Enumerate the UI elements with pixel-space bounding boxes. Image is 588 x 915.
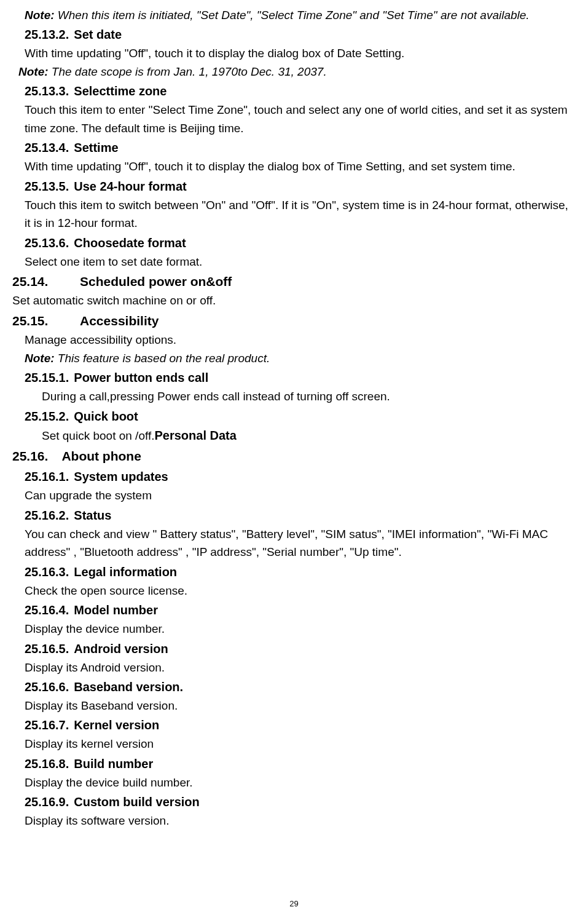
heading-title: Quick boot (74, 410, 138, 423)
heading-number: 25.15. (12, 311, 80, 331)
body-25-15-2: Set quick boot on /off.Personal Data (42, 426, 576, 445)
heading-25-16-6: 25.16.6.Baseband version. (25, 678, 576, 697)
heading-title: Selecttime zone (74, 84, 167, 98)
heading-25-16-3: 25.16.3.Legal information (25, 563, 576, 582)
heading-title: Android version (74, 642, 168, 656)
heading-title: About phone (61, 449, 141, 463)
heading-25-16: 25.16.About phone (12, 446, 576, 467)
heading-title: Settime (74, 141, 118, 154)
heading-title: Choosedate format (74, 236, 186, 250)
heading-title: Baseband version. (74, 680, 183, 694)
body-25-14: Set automatic switch machine on or off. (12, 291, 576, 309)
heading-title: Build number (74, 757, 153, 770)
heading-number: 25.16. (12, 446, 48, 467)
body-25-16-7: Display its kernel version (25, 735, 576, 753)
heading-25-15-1: 25.15.1.Power button ends call (25, 368, 576, 387)
heading-title: Set date (74, 28, 122, 41)
heading-25-16-8: 25.16.8.Build number (25, 755, 576, 774)
heading-number: 25.15.1. (25, 368, 69, 387)
body-25-13-5: Touch this item to switch between "On" a… (25, 196, 576, 232)
heading-title: Model number (74, 603, 158, 617)
body-25-13-4: With time updating "Off", touch it to di… (25, 157, 576, 175)
heading-title: Use 24-hour format (74, 180, 186, 193)
heading-title: Scheduled power on&off (80, 274, 232, 288)
heading-title: Power button ends call (74, 371, 208, 384)
heading-number: 25.15.2. (25, 407, 69, 426)
body-25-15: Manage accessibility options. (25, 331, 576, 349)
heading-25-15: 25.15.Accessibility (12, 311, 576, 331)
inline-heading-personal-data: Personal Data (154, 429, 236, 442)
heading-number: 25.16.7. (25, 716, 69, 735)
heading-title: Accessibility (80, 314, 159, 328)
heading-25-16-4: 25.16.4.Model number (25, 601, 576, 620)
heading-number: 25.13.6. (25, 234, 69, 253)
heading-number: 25.13.5. (25, 177, 69, 196)
body-25-15-1: During a call,pressing Power ends call i… (42, 387, 576, 405)
note-line-25-13-2: Note: The date scope is from Jan. 1, 197… (18, 63, 576, 81)
note-label: Note: (18, 65, 49, 78)
body-25-16-2: You can check and view " Battery status"… (25, 525, 576, 561)
heading-number: 25.16.5. (25, 640, 69, 659)
heading-number: 25.13.3. (25, 82, 69, 101)
heading-25-16-7: 25.16.7.Kernel version (25, 716, 576, 735)
heading-25-13-2: 25.13.2.Set date (25, 25, 576, 44)
heading-25-13-4: 25.13.4.Settime (25, 138, 576, 157)
body-25-16-8: Display the device build number. (25, 774, 576, 791)
note-text: The date scope is from Jan. 1, 1970to De… (49, 65, 327, 78)
body-25-16-5: Display its Android version. (25, 659, 576, 676)
heading-25-15-2: 25.15.2.Quick boot (25, 407, 576, 426)
heading-number: 25.16.3. (25, 563, 69, 582)
body-text-25-15-2: Set quick boot on /off. (42, 429, 154, 442)
heading-25-16-9: 25.16.9.Custom build version (25, 793, 576, 812)
body-25-13-3: Touch this item to enter "Select Time Zo… (25, 101, 576, 137)
note-label: Note: (25, 352, 55, 365)
body-25-16-9: Display its software version. (25, 812, 576, 830)
heading-number: 25.16.8. (25, 755, 69, 774)
heading-25-13-6: 25.13.6.Choosedate format (25, 234, 576, 253)
heading-25-16-1: 25.16.1.System updates (25, 467, 576, 486)
heading-25-13-5: 25.13.5.Use 24-hour format (25, 177, 576, 196)
body-25-16-3: Check the open source license. (25, 582, 576, 600)
body-25-13-6: Select one item to set date format. (25, 253, 576, 271)
note-line-25-15: Note: This feature is based on the real … (25, 349, 576, 367)
body-25-16-4: Display the device number. (25, 620, 576, 638)
heading-25-13-3: 25.13.3.Selecttime zone (25, 82, 576, 101)
heading-number: 25.16.1. (25, 467, 69, 486)
heading-number: 25.13.2. (25, 25, 69, 44)
heading-25-14: 25.14.Scheduled power on&off (12, 272, 576, 292)
body-25-13-2: With time updating "Off", touch it to di… (25, 44, 576, 62)
note-text: This feature is based on the real produc… (55, 352, 270, 365)
heading-number: 25.16.4. (25, 601, 69, 620)
heading-number: 25.16.6. (25, 678, 69, 697)
heading-title: Kernel version (74, 718, 159, 732)
note-line: Note: When this item is initiated, "Set … (25, 6, 576, 24)
heading-number: 25.14. (12, 272, 80, 292)
heading-number: 25.16.9. (25, 793, 69, 812)
body-25-16-1: Can upgrade the system (25, 486, 576, 504)
heading-number: 25.13.4. (25, 138, 69, 157)
heading-title: Legal information (74, 565, 177, 579)
heading-number: 25.16.2. (25, 506, 69, 525)
body-25-16-6: Display its Baseband version. (25, 697, 576, 715)
note-text: When this item is initiated, "Set Date",… (55, 9, 530, 22)
heading-title: Custom build version (74, 795, 199, 809)
heading-title: System updates (74, 470, 168, 483)
heading-25-16-2: 25.16.2.Status (25, 506, 576, 525)
note-label: Note: (25, 9, 55, 22)
heading-25-16-5: 25.16.5.Android version (25, 640, 576, 659)
heading-title: Status (74, 509, 111, 522)
page-number: 29 (12, 898, 576, 910)
